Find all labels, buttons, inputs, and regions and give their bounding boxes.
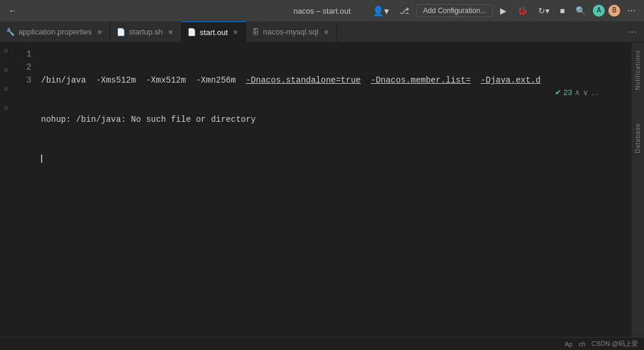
tab-icon-startout: 📄 [187,28,196,36]
window-title: nacos – start.out [293,7,350,15]
database-panel-label[interactable]: Database [634,123,641,153]
title-bar: ← nacos – start.out 👤▾ ⎇ Add Configurati… [0,0,644,21]
line-num-1: 1 [12,48,32,61]
tab-label-nacos-mysql: nacos-mysql.sql [263,27,318,36]
line-numbers: 1 2 3 [12,43,39,337]
line-check-badge: ✔ 23 ∧ ∨ … [555,88,599,97]
gutter-0-1: 0 [4,48,8,55]
code-line-2: nohup: /bin/java: No such file or direct… [41,113,623,126]
tab-nacos-mysql[interactable]: 🗄 nacos-mysql.sql × [246,21,337,42]
tab-label-app-props: application.properties [18,27,92,36]
gutter-0-4: 0 [4,105,8,112]
status-bar: Ap ch CSDN @码上爱 [0,337,644,350]
left-gutter: 0 0 0 0 [0,43,12,337]
badge-number: 23 [564,88,572,97]
reload-button[interactable]: ↻▾ [535,4,553,18]
right-sidebar: Notifications Database [631,43,644,337]
tab-close-startout[interactable]: × [231,27,240,37]
text-cursor [41,154,42,163]
debug-button[interactable]: 🐞 [514,4,531,18]
second-avatar-icon[interactable]: B [608,5,620,17]
more-options-button[interactable]: ⋯ [624,4,639,18]
stop-button[interactable]: ■ [557,4,568,18]
code-line-1: /bin/java -Xms512m -Xmx512m -Xmn256m -Dn… [41,74,623,87]
editor-scrollbar[interactable] [623,43,631,337]
tab-start-out[interactable]: 📄 start.out × [181,21,246,42]
search-button[interactable]: 🔍 [572,4,589,18]
tab-label-startout: start.out [200,28,228,37]
code-content[interactable]: /bin/java -Xms512m -Xmx512m -Xmn256m -Dn… [39,43,623,337]
tab-icon-app-props: 🔧 [6,28,15,36]
scroll-up-arrow[interactable]: ∧ [574,88,580,97]
csdn-label: CSDN @码上爱 [592,339,638,348]
branch-icon-btn[interactable]: ⎇ [396,4,413,18]
run-button[interactable]: ▶ [497,4,510,18]
tab-close-startup[interactable]: × [167,27,175,37]
editor-area: ✔ 23 ∧ ∨ … 1 2 3 /bin/java -Xms512m -Xmx… [12,43,623,337]
tabs-bar: 🔧 application.properties × 📄 startup.sh … [0,21,644,43]
code-line-3 [41,152,623,165]
status-right: Ap ch CSDN @码上爱 [565,339,639,348]
gutter-0-3: 0 [4,86,8,93]
add-configuration-button[interactable]: Add Configuration... [416,4,492,17]
back-button[interactable]: ← [5,4,20,18]
status-ap: Ap [565,340,573,348]
tab-application-properties[interactable]: 🔧 application.properties × [0,21,111,42]
tab-startup-sh[interactable]: 📄 startup.sh × [111,21,181,42]
tabs-end-area: ⋯ [625,21,644,42]
notifications-panel-label[interactable]: Notifications [633,48,642,92]
gutter-0-2: 0 [4,67,8,74]
tab-icon-nacos-mysql: 🗄 [252,28,259,36]
tabs-more-button[interactable]: ⋯ [625,24,639,40]
tab-label-startup: startup.sh [129,27,163,36]
tab-close-nacos-mysql[interactable]: × [322,27,330,37]
line-num-3: 3 [12,74,32,87]
line-num-2: 2 [12,61,32,74]
tab-close-app-props[interactable]: × [96,27,104,37]
scroll-more: … [591,88,599,97]
scroll-down-arrow[interactable]: ∨ [583,88,589,97]
status-ch: ch [579,340,586,348]
main-area: 0 0 0 0 ✔ 23 ∧ ∨ … 1 2 3 /bin/java -Xms5… [0,43,644,337]
checkmark-icon: ✔ [555,88,561,97]
person-icon-btn[interactable]: 👤▾ [369,3,392,19]
avatar-icon[interactable]: A [593,5,605,17]
tab-icon-startup: 📄 [117,28,125,36]
